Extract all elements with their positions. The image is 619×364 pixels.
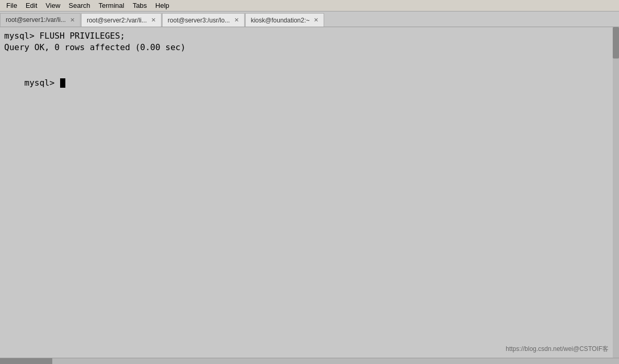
tab-1[interactable]: root@server2:/var/li... ✕	[81, 13, 162, 27]
scrollbar[interactable]	[613, 27, 619, 358]
tab-label-0: root@server1:/var/li...	[6, 16, 66, 24]
menubar: File Edit View Search Terminal Tabs Help	[0, 0, 619, 11]
tab-close-3[interactable]: ✕	[313, 17, 319, 24]
menu-view[interactable]: View	[41, 1, 64, 10]
watermark: https://blog.csdn.net/wei@CSTOIF客	[506, 345, 609, 354]
tab-label-2: root@server3:/usr/lo...	[168, 17, 230, 24]
terminal-prompt: mysql>	[4, 65, 615, 100]
tab-close-2[interactable]: ✕	[233, 17, 240, 24]
terminal-line-1: Query OK, 0 rows affected (0.00 sec)	[4, 42, 615, 53]
terminal-line-2	[4, 54, 615, 65]
tab-close-0[interactable]: ✕	[69, 17, 76, 24]
tab-label-1: root@server2:/var/li...	[87, 17, 147, 24]
bottom-scrollbar[interactable]	[0, 358, 619, 364]
menu-help[interactable]: Help	[151, 1, 174, 10]
tab-close-1[interactable]: ✕	[150, 17, 157, 24]
tab-2[interactable]: root@server3:/usr/lo... ✕	[162, 13, 245, 27]
terminal-line-0: mysql> FLUSH PRIVILEGES;	[4, 30, 615, 42]
bottom-scrollbar-thumb[interactable]	[0, 358, 52, 364]
menu-tabs[interactable]: Tabs	[129, 1, 151, 10]
terminal-cursor	[60, 78, 65, 88]
terminal-area[interactable]: mysql> FLUSH PRIVILEGES; Query OK, 0 row…	[0, 27, 619, 358]
scrollbar-thumb[interactable]	[613, 27, 619, 58]
menu-file[interactable]: File	[2, 1, 21, 10]
tab-label-3: kiosk@foundation2:~	[251, 17, 310, 24]
tab-3[interactable]: kiosk@foundation2:~ ✕	[245, 13, 325, 27]
menu-search[interactable]: Search	[64, 1, 94, 10]
menu-terminal[interactable]: Terminal	[95, 1, 129, 10]
prompt-text: mysql>	[25, 78, 60, 88]
tabbar: root@server1:/var/li... ✕ root@server2:/…	[0, 11, 619, 27]
tab-0[interactable]: root@server1:/var/li... ✕	[0, 13, 81, 27]
menu-edit[interactable]: Edit	[21, 1, 41, 10]
